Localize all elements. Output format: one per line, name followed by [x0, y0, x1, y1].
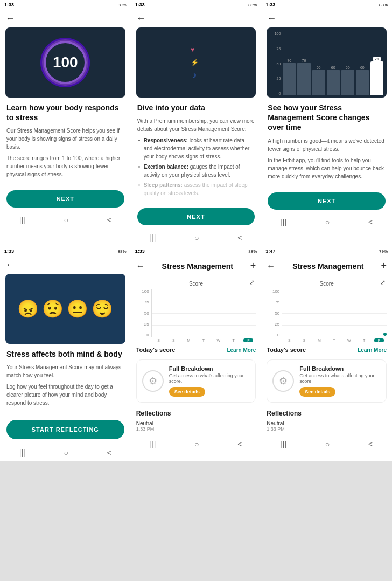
nav-menu-tm[interactable]: ||| — [150, 233, 156, 242]
nav-home-bl[interactable]: ○ — [64, 448, 68, 457]
y-label-50: 50 — [270, 62, 281, 66]
nav-menu-tl[interactable]: ||| — [19, 216, 25, 224]
next-button-tm[interactable]: NEXT — [137, 208, 255, 225]
grid-line-4-bm — [152, 325, 256, 326]
back-button-br[interactable]: ← — [267, 261, 275, 271]
emoji-hero: 😠 😟 😐 😌 — [5, 274, 125, 344]
nav-back-tl[interactable]: < — [107, 216, 111, 224]
time-tr: 1:33 — [265, 2, 275, 8]
plus-button-bm[interactable]: + — [250, 260, 256, 272]
nav-home-br[interactable]: ○ — [325, 440, 330, 448]
y-axis-bm: 100 75 50 25 0 — [136, 289, 151, 337]
back-button-tm[interactable]: ← — [131, 10, 151, 27]
breakdown-icon-bm: ⚙ — [142, 370, 164, 392]
back-button-tl[interactable]: ← — [0, 10, 20, 27]
breakdown-text-br: Full Breakdown Get access to what's affe… — [299, 365, 381, 397]
screen-top-middle: 1:33 88% ← ♥ ⚡ ☽ — [131, 0, 262, 246]
chart-section-br: ⤢ Score 100 75 50 25 0 — [261, 276, 392, 343]
y-75-bm: 75 — [136, 300, 149, 305]
nav-home-tl[interactable]: ○ — [64, 216, 68, 224]
breakdown-desc-bm: Get access to what's affecting your scor… — [169, 373, 250, 384]
nav-home-tr[interactable]: ○ — [325, 218, 330, 226]
card-content-bl: Stress affects both mind & body Your Str… — [0, 349, 131, 416]
chart-hero-tr: 100 75 50 25 0 76 76 60 — [267, 27, 387, 98]
nav-back-bl[interactable]: < — [107, 448, 111, 457]
time-tm: 1:33 — [135, 2, 145, 8]
nav-menu-br[interactable]: ||| — [281, 440, 286, 448]
next-button-tr[interactable]: NEXT — [268, 192, 386, 210]
reflection-time-br: 1:33 PM — [267, 426, 387, 432]
back-button-tr[interactable]: ← — [261, 10, 282, 27]
today-section-br: Today's score Learn More — [261, 343, 392, 356]
screen-bottom-middle: 1:33 88% ← Stress Management + ⤢ Score 1… — [131, 246, 262, 461]
next-button-tl[interactable]: NEXT — [6, 190, 124, 208]
status-icons-tr: 88% — [379, 3, 388, 8]
reflections-section-br: Reflections Neutral 1:33 PM — [261, 406, 392, 435]
nav-menu-bl[interactable]: ||| — [19, 448, 25, 457]
back-button-bl[interactable]: ← — [0, 256, 20, 274]
bullet-3-tm: Sleep patterns: assess the impact of sle… — [137, 181, 255, 197]
status-icons-br: 79% — [379, 249, 388, 254]
y-0-br: 0 — [267, 333, 279, 337]
time-bl: 1:33 — [4, 248, 14, 254]
y-100-br: 100 — [267, 289, 279, 294]
nav-back-bm[interactable]: < — [237, 440, 242, 448]
breakdown-card-br: ⚙ Full Breakdown Get access to what's af… — [267, 359, 387, 403]
emoji-nervous: 😟 — [42, 299, 64, 319]
back-button-bm[interactable]: ← — [136, 261, 145, 271]
sm-header-bm: ← Stress Management + — [131, 256, 262, 276]
plus-button-br[interactable]: + — [381, 260, 387, 272]
x-day-t1-br: T — [330, 338, 339, 342]
see-details-button-br[interactable]: See details — [299, 387, 335, 397]
expand-icon-bm[interactable]: ⤢ — [249, 279, 255, 286]
nav-bar-br: ||| ○ < — [261, 435, 392, 453]
score-hero-tl: 100 — [5, 27, 125, 98]
card-intro-tm: With a Premium membership, you can view … — [137, 117, 255, 133]
time-br: 3:47 — [265, 248, 275, 254]
chart-bar-2: 76 — [297, 59, 310, 95]
grid-line-3-br — [282, 313, 387, 314]
status-bar-bm: 1:33 88% — [131, 246, 262, 256]
nav-home-tm[interactable]: ○ — [194, 233, 199, 242]
y-25-bm: 25 — [136, 322, 149, 327]
learn-more-bm[interactable]: Learn More — [227, 347, 256, 353]
start-reflecting-button[interactable]: START REFLECTING — [6, 420, 124, 439]
see-details-button-bm[interactable]: See details — [169, 387, 205, 397]
sm-header-br: ← Stress Management + — [261, 256, 392, 276]
x-day-f-bm: F — [243, 338, 253, 342]
screen-top-left: 1:33 88% ← 100 Learn how your body respo… — [0, 0, 131, 246]
nav-home-bm[interactable]: ○ — [194, 440, 199, 448]
status-bar-br: 3:47 79% — [261, 246, 392, 256]
x-day-s2-bm: S — [169, 338, 178, 342]
grid-line-2-bm — [152, 301, 256, 301]
bullet-1-tm: Responsiveness: looks at heart rate data… — [137, 136, 255, 161]
y-label-25: 25 — [270, 77, 281, 80]
y-label-100: 100 — [270, 32, 281, 36]
battery-tr: 88% — [379, 3, 388, 8]
chart-bar-1: 76 — [283, 59, 296, 95]
score-circle: 100 — [44, 41, 87, 84]
grid-line-1-bm — [152, 289, 256, 289]
nav-bar-bl: ||| ○ < — [0, 444, 131, 461]
nav-menu-bm[interactable]: ||| — [150, 440, 156, 448]
screen-bottom-right: 3:47 79% ← Stress Management + ⤢ Score 1… — [261, 246, 392, 461]
battery-br: 79% — [379, 249, 388, 254]
nav-menu-tr[interactable]: ||| — [281, 218, 286, 226]
y-0-bm: 0 — [136, 333, 149, 337]
status-icons-bl: 88% — [118, 249, 127, 254]
status-bar-tl: 1:33 88% — [0, 0, 131, 10]
emoji-calm: 😌 — [92, 299, 113, 319]
reflections-section-bm: Reflections Neutral 1:33 PM — [131, 406, 262, 435]
learn-more-br[interactable]: Learn More — [358, 347, 387, 353]
expand-icon-br[interactable]: ⤢ — [380, 279, 386, 286]
nav-back-tm[interactable]: < — [237, 233, 242, 242]
y-label-0: 0 — [270, 92, 281, 95]
x-day-s1-bm: S — [154, 338, 164, 342]
score-value: 100 — [53, 54, 78, 71]
nav-back-br[interactable]: < — [368, 440, 373, 448]
today-section-bm: Today's score Learn More — [131, 343, 262, 356]
x-axis-br: S S M T W T F — [267, 337, 387, 343]
battery-tl: 88% — [118, 3, 127, 8]
y-axis-br: 100 75 50 25 0 — [267, 289, 282, 337]
nav-back-tr[interactable]: < — [368, 218, 373, 226]
